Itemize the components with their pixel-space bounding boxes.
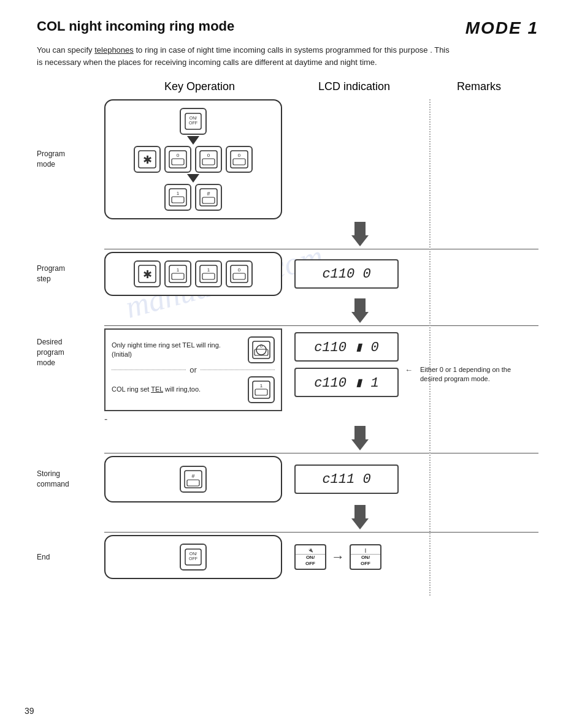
zero-icon-1: 0 — [169, 150, 187, 169]
svg-text:0: 0 — [207, 153, 210, 158]
end-lcd-group: 🔌 ON/ OFF → | ON/ OFF — [294, 544, 381, 570]
svg-rect-7 — [172, 159, 184, 165]
hash-icon-2: # — [184, 470, 202, 488]
zero-key-4: 0 — [226, 260, 253, 287]
program-step-lcd: c110 0 — [294, 259, 399, 289]
col-remarks: Remarks — [419, 80, 538, 93]
storing-command-label: Storingcommand — [37, 469, 104, 490]
end-label: End — [37, 552, 104, 563]
header: COL night incoming ring mode MODE 1 — [37, 18, 538, 38]
zero-icon-4: 0 — [230, 265, 248, 283]
storing-command-row: Storingcommand # c111 0 — [37, 456, 538, 502]
onoff-key-2: ON/ OFF — [180, 544, 207, 571]
down-arrow-2 — [187, 174, 199, 183]
svg-text:✱: ✱ — [143, 268, 152, 281]
one-icon-3: 1 — [199, 265, 218, 283]
zero-key-2: 0 — [195, 146, 222, 173]
down-arrow-1 — [187, 136, 199, 145]
divider-4 — [104, 532, 538, 533]
mode-label: MODE 1 — [465, 18, 538, 38]
svg-text:ON/: ON/ — [190, 552, 197, 556]
divider-2 — [104, 325, 538, 326]
storing-lcd: c111 0 — [294, 464, 399, 494]
zero-key-5: 0 — [248, 336, 275, 363]
end-keybox: ON/ OFF — [104, 535, 282, 579]
divider-3 — [104, 453, 538, 453]
star-key: ✱ — [134, 146, 161, 173]
program-step-keybox: ✱ 1 1 — [104, 252, 282, 296]
svg-rect-24 — [172, 273, 184, 279]
desired-lcd-0: c110 ▮ 0 — [294, 332, 399, 362]
desired-keybox: Only night time ring set TEL will ring. … — [104, 328, 282, 411]
program-mode-keybox: ON/ OFF ✱ — [104, 99, 282, 219]
hash-icon: # — [199, 188, 218, 207]
desired-option2: COL ring set TEL will ring,too. 1 — [112, 376, 275, 403]
one-key: 1 — [164, 184, 191, 211]
arrow-right-symbol: → — [331, 549, 345, 565]
svg-rect-40 — [187, 480, 199, 486]
svg-text:OFF: OFF — [189, 121, 197, 125]
star-icon: ✱ — [138, 150, 156, 169]
program-step-label: Programstep — [37, 264, 104, 284]
svg-rect-16 — [172, 197, 184, 203]
program-mode-label: Programmode — [37, 149, 104, 170]
onoff-key: ON/ OFF — [180, 108, 207, 135]
svg-rect-10 — [202, 159, 215, 165]
end-onoff-led-2: | ON/ OFF — [350, 544, 381, 570]
page-title: COL night incoming ring mode — [37, 18, 234, 34]
zero-icon-5: 0 — [252, 341, 270, 359]
zero-icon-2: 0 — [199, 150, 218, 169]
onoff-icon-2: ON/ OFF — [184, 548, 202, 566]
star-icon-2: ✱ — [138, 265, 156, 283]
key-row-1: ✱ 0 0 — [134, 146, 253, 173]
svg-text:0: 0 — [177, 153, 180, 158]
one-icon-2: 1 — [169, 265, 187, 283]
svg-rect-27 — [202, 273, 215, 279]
arrow-1 — [37, 222, 538, 246]
svg-text:✱: ✱ — [143, 154, 152, 166]
one-key-4: 1 — [248, 376, 275, 403]
svg-rect-19 — [202, 197, 215, 203]
svg-text:0: 0 — [260, 343, 263, 349]
desired-text-2: COL ring set TEL will ring,too. — [112, 385, 240, 394]
dot-line-left — [112, 370, 186, 370]
svg-text:ON/: ON/ — [190, 116, 197, 120]
star-key-2: ✱ — [134, 260, 161, 287]
desired-text-1: Only night time ring set TEL will ring. … — [112, 341, 240, 360]
desired-option1: Only night time ring set TEL will ring. … — [112, 336, 275, 363]
zero-key-3: 0 — [226, 146, 253, 173]
onoff-icon: ON/ OFF — [184, 112, 202, 131]
end-onoff-led-1: 🔌 ON/ OFF — [294, 544, 326, 570]
svg-text:1: 1 — [207, 267, 210, 273]
program-mode-row: Programmode ON/ OFF — [37, 99, 538, 219]
svg-text:#: # — [207, 191, 210, 197]
page-number: 39 — [25, 706, 34, 716]
dash-marker: - — [104, 414, 538, 425]
arrow-3 — [37, 426, 538, 450]
svg-rect-37 — [255, 389, 267, 395]
hash-key-2: # — [180, 466, 207, 493]
svg-text:1: 1 — [177, 191, 180, 196]
page: manualslib.com COL night incoming ring m… — [0, 0, 563, 728]
arrow-2 — [37, 298, 538, 323]
svg-rect-30 — [233, 273, 245, 279]
svg-text:0: 0 — [238, 153, 241, 158]
remarks-text: Either 0 or 1 depending on the desired p… — [420, 365, 530, 384]
zero-icon-3: 0 — [230, 150, 248, 169]
program-step-row: Programstep ✱ 1 — [37, 252, 538, 296]
svg-text:1: 1 — [260, 383, 263, 389]
description: You can specify telephones to ring in ca… — [37, 44, 454, 68]
or-line: or — [112, 365, 275, 374]
divider-1 — [104, 249, 538, 249]
columns-header: Key Operation LCD indication Remarks — [110, 80, 538, 93]
desired-program-row: Desiredprogrammode Only night time ring … — [37, 328, 538, 411]
remarks-arrow: ← — [405, 365, 413, 374]
storing-keybox: # — [104, 456, 282, 502]
svg-text:0: 0 — [238, 267, 241, 273]
dot-line-right — [201, 370, 275, 370]
or-text: or — [190, 365, 197, 374]
key-row-2: 1 # — [164, 184, 222, 211]
col-lcd-indication: LCD indication — [289, 80, 419, 93]
svg-rect-13 — [233, 159, 245, 165]
one-key-3: 1 — [195, 260, 222, 287]
